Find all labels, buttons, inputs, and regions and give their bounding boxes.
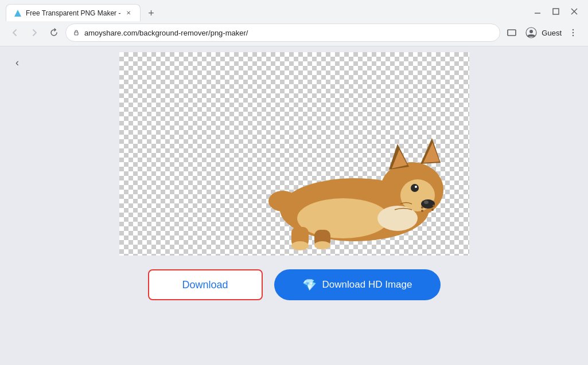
svg-point-32	[433, 205, 435, 207]
svg-point-18	[424, 201, 429, 204]
profile-area: Guest	[523, 25, 562, 41]
svg-rect-5	[75, 32, 78, 35]
profile-label: Guest	[542, 29, 562, 37]
refresh-button[interactable]	[46, 25, 62, 41]
svg-point-20	[415, 186, 417, 188]
svg-point-14	[297, 198, 389, 238]
svg-point-33	[421, 210, 423, 212]
tab-close-button[interactable]: ✕	[124, 9, 133, 18]
new-tab-button[interactable]: +	[143, 5, 159, 21]
title-bar: Free Transparent PNG Maker - ✕ +	[0, 0, 588, 21]
image-preview	[119, 52, 469, 256]
address-bar-row: amoyshare.com/background-remover/png-mak…	[0, 21, 588, 46]
svg-point-29	[268, 191, 297, 211]
cast-button[interactable]	[504, 25, 520, 41]
maximize-button[interactable]	[548, 6, 564, 17]
svg-point-9	[529, 30, 533, 33]
diamond-icon: 💎	[302, 278, 317, 292]
tab-favicon	[13, 9, 22, 18]
svg-marker-0	[14, 10, 21, 17]
svg-point-28	[314, 241, 330, 249]
svg-point-27	[291, 241, 309, 250]
svg-rect-7	[508, 30, 516, 36]
browser-chrome: Free Transparent PNG Maker - ✕ +	[0, 0, 588, 46]
page-content: ‹	[0, 46, 588, 365]
svg-point-11	[573, 32, 574, 33]
profile-button[interactable]	[523, 25, 539, 41]
tab-area: Free Transparent PNG Maker - ✕ +	[6, 4, 529, 21]
tab-title: Free Transparent PNG Maker -	[26, 9, 120, 17]
dog-image	[251, 95, 458, 256]
svg-point-10	[573, 29, 574, 30]
url-text: amoyshare.com/background-remover/png-mak…	[84, 29, 493, 37]
lock-icon	[73, 29, 80, 36]
buttons-row: Download 💎 Download HD Image	[148, 269, 441, 300]
active-tab[interactable]: Free Transparent PNG Maker - ✕	[6, 4, 141, 21]
address-bar[interactable]: amoyshare.com/background-remover/png-mak…	[65, 23, 500, 42]
download-button[interactable]: Download	[148, 269, 263, 300]
svg-rect-6	[508, 30, 516, 36]
download-hd-button[interactable]: 💎 Download HD Image	[274, 269, 441, 300]
svg-point-19	[411, 184, 419, 192]
page-back-button[interactable]: ‹	[9, 54, 25, 70]
svg-point-34	[431, 209, 434, 211]
window-controls	[529, 6, 582, 19]
forward-button[interactable]	[26, 25, 42, 41]
minimize-button[interactable]	[529, 6, 546, 17]
back-button[interactable]	[7, 25, 23, 41]
close-button[interactable]	[566, 6, 582, 17]
browser-menu-button[interactable]	[565, 25, 581, 41]
svg-point-12	[573, 35, 574, 36]
svg-point-31	[421, 206, 423, 209]
svg-rect-2	[553, 9, 559, 14]
